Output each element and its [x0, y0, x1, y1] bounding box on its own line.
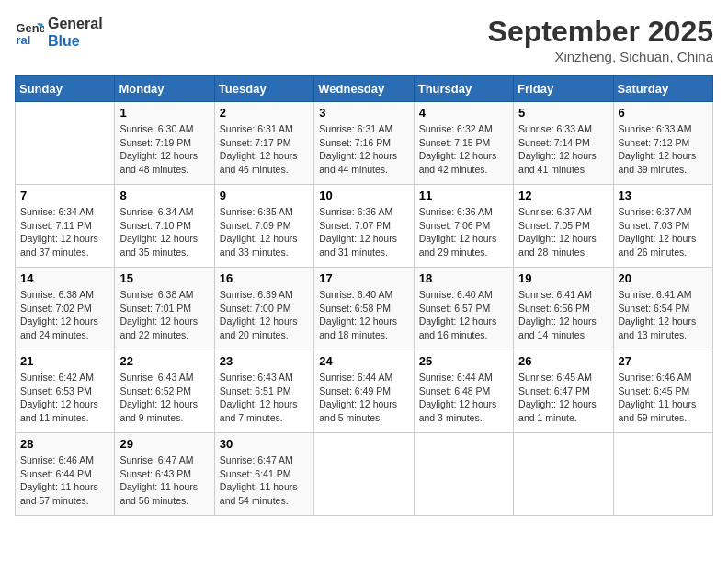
day-number: 16 — [220, 271, 309, 285]
day-number: 4 — [419, 106, 508, 120]
calendar-header: SundayMondayTuesdayWednesdayThursdayFrid… — [16, 76, 713, 102]
day-number: 12 — [518, 189, 608, 202]
day-cell — [16, 102, 115, 185]
day-info: Sunrise: 6:38 AM Sunset: 7:02 PM Dayligh… — [20, 288, 109, 342]
day-info: Sunrise: 6:46 AM Sunset: 6:44 PM Dayligh… — [20, 454, 109, 508]
day-number: 2 — [220, 106, 309, 120]
day-info: Sunrise: 6:39 AM Sunset: 7:00 PM Dayligh… — [220, 288, 309, 342]
logo-blue: Blue — [48, 32, 103, 50]
day-info: Sunrise: 6:33 AM Sunset: 7:14 PM Dayligh… — [518, 122, 608, 177]
day-number: 30 — [220, 437, 309, 451]
header-cell-wednesday: Wednesday — [314, 76, 414, 102]
day-info: Sunrise: 6:46 AM Sunset: 6:45 PM Dayligh… — [619, 371, 708, 425]
day-info: Sunrise: 6:41 AM Sunset: 6:56 PM Dayligh… — [518, 288, 608, 342]
header-row: SundayMondayTuesdayWednesdayThursdayFrid… — [16, 76, 713, 102]
day-cell: 26Sunrise: 6:45 AM Sunset: 6:47 PM Dayli… — [514, 350, 613, 433]
day-cell: 5Sunrise: 6:33 AM Sunset: 7:14 PM Daylig… — [514, 102, 613, 185]
day-cell — [514, 433, 613, 516]
day-info: Sunrise: 6:30 AM Sunset: 7:19 PM Dayligh… — [119, 122, 209, 177]
week-row-3: 14Sunrise: 6:38 AM Sunset: 7:02 PM Dayli… — [16, 268, 713, 350]
day-number: 15 — [119, 271, 209, 285]
day-info: Sunrise: 6:34 AM Sunset: 7:10 PM Dayligh… — [119, 205, 209, 259]
day-info: Sunrise: 6:37 AM Sunset: 7:05 PM Dayligh… — [518, 205, 608, 259]
day-number: 26 — [518, 354, 608, 368]
day-number: 7 — [20, 189, 109, 202]
day-info: Sunrise: 6:33 AM Sunset: 7:12 PM Dayligh… — [619, 122, 708, 177]
day-cell: 10Sunrise: 6:36 AM Sunset: 7:07 PM Dayli… — [314, 185, 414, 268]
day-info: Sunrise: 6:47 AM Sunset: 6:41 PM Dayligh… — [220, 454, 309, 508]
logo-general: General — [48, 15, 103, 32]
day-cell: 14Sunrise: 6:38 AM Sunset: 7:02 PM Dayli… — [16, 268, 115, 350]
day-number: 13 — [619, 189, 708, 202]
day-info: Sunrise: 6:31 AM Sunset: 7:16 PM Dayligh… — [319, 122, 408, 177]
day-cell: 16Sunrise: 6:39 AM Sunset: 7:00 PM Dayli… — [214, 268, 313, 350]
day-info: Sunrise: 6:31 AM Sunset: 7:17 PM Dayligh… — [220, 122, 309, 177]
header-cell-thursday: Thursday — [414, 76, 513, 102]
day-info: Sunrise: 6:42 AM Sunset: 6:53 PM Dayligh… — [20, 371, 109, 425]
day-info: Sunrise: 6:45 AM Sunset: 6:47 PM Dayligh… — [518, 371, 608, 425]
day-number: 6 — [619, 106, 708, 120]
header-cell-tuesday: Tuesday — [214, 76, 313, 102]
header-cell-sunday: Sunday — [16, 76, 115, 102]
day-number: 25 — [419, 354, 508, 368]
day-cell: 21Sunrise: 6:42 AM Sunset: 6:53 PM Dayli… — [16, 350, 115, 433]
calendar-body: 1Sunrise: 6:30 AM Sunset: 7:19 PM Daylig… — [16, 102, 713, 516]
logo: Gene ral General Blue — [15, 15, 103, 50]
month-title: September 2025 — [488, 15, 713, 49]
day-number: 1 — [119, 106, 209, 120]
day-cell: 28Sunrise: 6:46 AM Sunset: 6:44 PM Dayli… — [16, 433, 115, 516]
day-number: 8 — [119, 189, 209, 202]
day-info: Sunrise: 6:43 AM Sunset: 6:52 PM Dayligh… — [119, 371, 209, 425]
day-info: Sunrise: 6:35 AM Sunset: 7:09 PM Dayligh… — [220, 205, 309, 259]
day-number: 5 — [518, 106, 608, 120]
day-cell: 6Sunrise: 6:33 AM Sunset: 7:12 PM Daylig… — [613, 102, 712, 185]
day-info: Sunrise: 6:40 AM Sunset: 6:57 PM Dayligh… — [419, 288, 508, 342]
day-cell: 17Sunrise: 6:40 AM Sunset: 6:58 PM Dayli… — [314, 268, 414, 350]
day-number: 29 — [119, 437, 209, 451]
title-block: September 2025 Xinzheng, Sichuan, China — [488, 15, 713, 64]
week-row-4: 21Sunrise: 6:42 AM Sunset: 6:53 PM Dayli… — [16, 350, 713, 433]
day-info: Sunrise: 6:34 AM Sunset: 7:11 PM Dayligh… — [20, 205, 109, 259]
day-cell: 12Sunrise: 6:37 AM Sunset: 7:05 PM Dayli… — [514, 185, 613, 268]
calendar-table: SundayMondayTuesdayWednesdayThursdayFrid… — [15, 75, 713, 516]
day-number: 19 — [518, 271, 608, 285]
week-row-5: 28Sunrise: 6:46 AM Sunset: 6:44 PM Dayli… — [16, 433, 713, 516]
day-number: 23 — [220, 354, 309, 368]
day-cell: 23Sunrise: 6:43 AM Sunset: 6:51 PM Dayli… — [214, 350, 313, 433]
day-cell: 20Sunrise: 6:41 AM Sunset: 6:54 PM Dayli… — [613, 268, 712, 350]
day-cell — [314, 433, 414, 516]
day-info: Sunrise: 6:44 AM Sunset: 6:49 PM Dayligh… — [319, 371, 408, 425]
day-number: 22 — [119, 354, 209, 368]
day-cell: 29Sunrise: 6:47 AM Sunset: 6:43 PM Dayli… — [115, 433, 214, 516]
svg-text:ral: ral — [17, 33, 31, 47]
day-info: Sunrise: 6:47 AM Sunset: 6:43 PM Dayligh… — [119, 454, 209, 508]
day-info: Sunrise: 6:36 AM Sunset: 7:06 PM Dayligh… — [419, 205, 508, 259]
day-cell: 7Sunrise: 6:34 AM Sunset: 7:11 PM Daylig… — [16, 185, 115, 268]
day-cell: 9Sunrise: 6:35 AM Sunset: 7:09 PM Daylig… — [214, 185, 313, 268]
day-cell: 18Sunrise: 6:40 AM Sunset: 6:57 PM Dayli… — [414, 268, 513, 350]
day-number: 18 — [419, 271, 508, 285]
week-row-2: 7Sunrise: 6:34 AM Sunset: 7:11 PM Daylig… — [16, 185, 713, 268]
day-cell: 30Sunrise: 6:47 AM Sunset: 6:41 PM Dayli… — [214, 433, 313, 516]
day-cell — [613, 433, 712, 516]
day-cell: 15Sunrise: 6:38 AM Sunset: 7:01 PM Dayli… — [115, 268, 214, 350]
day-cell: 2Sunrise: 6:31 AM Sunset: 7:17 PM Daylig… — [214, 102, 313, 185]
day-cell: 13Sunrise: 6:37 AM Sunset: 7:03 PM Dayli… — [613, 185, 712, 268]
day-cell — [414, 433, 513, 516]
day-cell: 4Sunrise: 6:32 AM Sunset: 7:15 PM Daylig… — [414, 102, 513, 185]
day-cell: 24Sunrise: 6:44 AM Sunset: 6:49 PM Dayli… — [314, 350, 414, 433]
day-number: 10 — [319, 189, 408, 202]
day-number: 9 — [220, 189, 309, 202]
day-cell: 25Sunrise: 6:44 AM Sunset: 6:48 PM Dayli… — [414, 350, 513, 433]
day-number: 28 — [20, 437, 109, 451]
day-info: Sunrise: 6:38 AM Sunset: 7:01 PM Dayligh… — [119, 288, 209, 342]
day-number: 24 — [319, 354, 408, 368]
day-cell: 8Sunrise: 6:34 AM Sunset: 7:10 PM Daylig… — [115, 185, 214, 268]
page-header: Gene ral General Blue September 2025 Xin… — [15, 15, 713, 64]
day-info: Sunrise: 6:41 AM Sunset: 6:54 PM Dayligh… — [619, 288, 708, 342]
header-cell-friday: Friday — [514, 76, 613, 102]
day-info: Sunrise: 6:43 AM Sunset: 6:51 PM Dayligh… — [220, 371, 309, 425]
location-subtitle: Xinzheng, Sichuan, China — [488, 49, 713, 64]
day-cell: 19Sunrise: 6:41 AM Sunset: 6:56 PM Dayli… — [514, 268, 613, 350]
header-cell-monday: Monday — [115, 76, 214, 102]
